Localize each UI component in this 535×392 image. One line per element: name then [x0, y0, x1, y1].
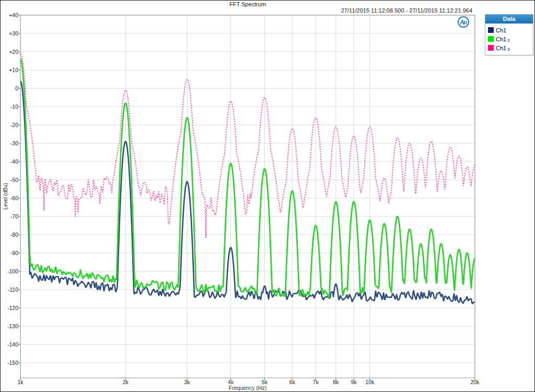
legend-panel: Data Ch1 Ch1 2 Ch1 3 — [485, 14, 533, 55]
y-axis-title: Level (dBu) — [3, 178, 8, 215]
y-tick-label: -80 — [1, 232, 18, 238]
legend-label-subscript: 3 — [507, 47, 509, 52]
y-tick-label: +10 — [1, 67, 18, 73]
legend-swatch — [488, 27, 494, 33]
y-tick-label: +30 — [1, 30, 18, 37]
legend-header[interactable]: Data — [485, 15, 533, 24]
y-tick-label: -120 — [1, 305, 18, 311]
ap-logo: Ap — [458, 16, 469, 28]
y-tick-label: -140 — [1, 341, 18, 348]
y-tick-label: -130 — [1, 323, 18, 329]
y-tick-label: +40 — [1, 12, 18, 18]
y-tick-label: -20 — [1, 122, 18, 128]
legend-item-ch1-2[interactable]: Ch1 2 — [488, 34, 530, 43]
legend-label: Ch1 — [496, 45, 506, 51]
y-tick-label: -90 — [1, 250, 18, 256]
y-tick-label: -150 — [1, 360, 18, 366]
y-tick-label: -40 — [1, 158, 18, 165]
x-axis-title: Frequency (Hz) — [20, 385, 475, 391]
trace-ch1-3 — [20, 54, 475, 238]
y-tick-label: -30 — [1, 140, 18, 146]
legend-label: Ch1 — [496, 36, 506, 42]
legend-swatch — [488, 45, 494, 51]
legend-body: Ch1 Ch1 2 Ch1 3 — [485, 24, 533, 55]
ap-logo-text: Ap — [460, 19, 467, 25]
legend-item-ch1[interactable]: Ch1 — [488, 26, 530, 34]
legend-label: Ch1 — [496, 27, 506, 33]
legend-label-subscript: 2 — [507, 38, 509, 43]
y-tick-label: +20 — [1, 49, 18, 55]
spectrum-plot[interactable] — [1, 1, 535, 392]
legend-swatch — [488, 36, 494, 42]
y-tick-label: 0 — [1, 85, 18, 91]
y-tick-label: -100 — [1, 268, 18, 274]
y-tick-label: -10 — [1, 103, 18, 110]
trace-ch1-2 — [20, 59, 475, 298]
trace-ch1 — [20, 81, 475, 304]
legend-item-ch1-3[interactable]: Ch1 3 — [488, 43, 530, 52]
y-tick-label: -110 — [1, 286, 18, 293]
fft-spectrum-window: FFT Spectrum 27/11/2015 11:12:08.500 - 2… — [0, 0, 535, 392]
plot-border — [20, 15, 475, 378]
